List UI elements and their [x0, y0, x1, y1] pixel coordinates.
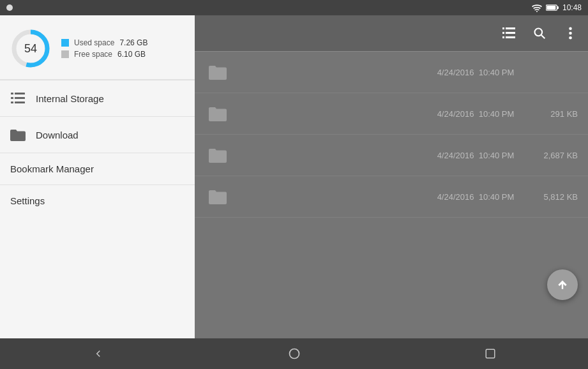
storage-donut: 54 [10, 28, 51, 69]
list-view-button[interactable] [496, 20, 522, 46]
notification-dot [6, 4, 13, 11]
back-button[interactable] [79, 341, 117, 366]
storage-info: 54 Used space 7.26 GB Free space 6.10 GB [0, 15, 195, 80]
used-label: Used space [74, 38, 114, 47]
search-button[interactable] [527, 20, 552, 46]
svg-rect-3 [547, 6, 555, 10]
right-container: 4/24/2016 10:40 PM 4/24/2016 10:40 PM 29… [195, 15, 588, 338]
table-row[interactable]: 4/24/2016 10:40 PM 291 KB [195, 93, 588, 135]
more-options-button[interactable] [557, 20, 583, 46]
svg-rect-8 [11, 97, 13, 99]
bookmark-manager-label: Bookmark Manager [10, 163, 94, 174]
svg-rect-2 [557, 6, 559, 9]
sidebar-item-bookmark-manager[interactable]: Bookmark Manager [0, 153, 195, 184]
file-size: 5,812 KB [527, 192, 578, 202]
file-date: 4/24/2016 10:40 PM [425, 68, 527, 77]
free-dot [61, 50, 69, 58]
list-icon [10, 91, 26, 106]
nav-items: Internal Storage Download Bookmark Manag… [0, 80, 195, 338]
status-bar-left [6, 4, 13, 11]
svg-rect-10 [11, 102, 13, 103]
svg-line-19 [541, 35, 545, 38]
file-folder-icon [205, 184, 230, 209]
download-label: Download [36, 130, 79, 140]
used-value: 7.26 GB [119, 38, 147, 47]
svg-point-18 [535, 29, 543, 36]
settings-label: Settings [10, 195, 45, 206]
svg-point-22 [569, 36, 572, 40]
sidebar-item-download[interactable]: Download [0, 117, 195, 153]
file-folder-icon [205, 142, 230, 168]
file-date: 4/24/2016 10:40 PM [425, 151, 527, 160]
toolbar [195, 15, 588, 51]
home-button[interactable] [275, 341, 313, 366]
bottom-nav [0, 338, 588, 369]
svg-rect-12 [502, 27, 504, 29]
table-row[interactable]: 4/24/2016 10:40 PM [195, 52, 588, 93]
svg-rect-17 [506, 36, 515, 38]
used-space-item: Used space 7.26 GB [61, 38, 147, 47]
folder-icon [10, 127, 26, 142]
svg-rect-7 [15, 93, 25, 94]
recent-button[interactable] [471, 341, 509, 366]
main-area: 54 Used space 7.26 GB Free space 6.10 GB [0, 15, 588, 338]
file-folder-icon [205, 101, 230, 126]
svg-rect-9 [15, 97, 25, 99]
status-bar-right: 10:48 [532, 3, 582, 12]
battery-icon [546, 4, 559, 11]
scroll-up-fab[interactable] [547, 269, 578, 300]
svg-rect-15 [506, 32, 515, 34]
wifi-icon [532, 3, 542, 12]
used-dot [61, 39, 69, 47]
storage-percent: 54 [24, 42, 37, 56]
status-bar: 10:48 [0, 0, 588, 15]
svg-rect-6 [11, 93, 13, 94]
svg-point-23 [289, 349, 299, 359]
file-folder-icon [205, 59, 230, 85]
free-label: Free space [74, 50, 112, 59]
sidebar: 54 Used space 7.26 GB Free space 6.10 GB [0, 15, 195, 338]
table-row[interactable]: 4/24/2016 10:40 PM 5,812 KB [195, 176, 588, 218]
file-date: 4/24/2016 10:40 PM [425, 192, 527, 202]
file-size: 291 KB [527, 109, 578, 119]
free-space-item: Free space 6.10 GB [61, 50, 147, 59]
free-value: 6.10 GB [117, 50, 146, 59]
svg-rect-13 [506, 27, 515, 29]
table-row[interactable]: 4/24/2016 10:40 PM 2,687 KB [195, 135, 588, 176]
right-panel: 4/24/2016 10:40 PM 4/24/2016 10:40 PM 29… [195, 15, 588, 338]
storage-legend: Used space 7.26 GB Free space 6.10 GB [61, 38, 147, 59]
svg-rect-14 [502, 32, 504, 34]
file-list: 4/24/2016 10:40 PM 4/24/2016 10:40 PM 29… [195, 52, 588, 338]
file-size: 2,687 KB [527, 151, 578, 160]
status-time: 10:48 [562, 3, 582, 12]
sidebar-item-internal-storage[interactable]: Internal Storage [0, 80, 195, 116]
file-date: 4/24/2016 10:40 PM [425, 109, 527, 119]
svg-rect-11 [15, 102, 25, 103]
sidebar-item-settings[interactable]: Settings [0, 185, 195, 216]
svg-point-0 [536, 11, 538, 12]
svg-point-20 [569, 27, 572, 30]
svg-rect-16 [502, 36, 504, 38]
internal-storage-label: Internal Storage [36, 93, 104, 104]
svg-rect-24 [486, 349, 495, 358]
svg-point-21 [569, 32, 572, 35]
